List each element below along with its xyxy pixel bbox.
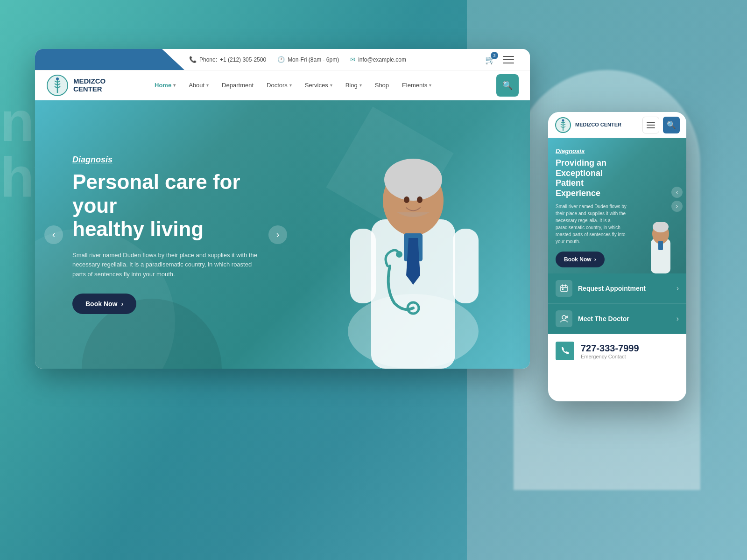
topbar-contact-group: 📞 Phone: +1 (212) 305-2500 🕐 Mon-Fri (8a… [189, 56, 406, 63]
mobile-meet-doctor-button[interactable]: Meet The Doctor › [548, 304, 686, 334]
elements-nav-chevron: ▾ [429, 83, 431, 88]
mobile-emergency-contact-section: 727-333-7999 Emergency Contact [548, 334, 686, 368]
hero-next-arrow[interactable]: › [268, 225, 287, 244]
svg-rect-23 [658, 241, 663, 250]
mobile-phone-mockup: MEDIZCO CENTER 🔍 Diagnosis Providing an … [548, 112, 686, 401]
logo-text: MEDIZCO CENTER [73, 77, 106, 93]
topbar-phone-number: +1 (212) 305-2500 [220, 56, 266, 63]
mobile-logo[interactable]: MEDIZCO CENTER [555, 117, 621, 133]
mobile-hamburger-line-1 [647, 122, 655, 123]
search-icon: 🔍 [502, 80, 513, 91]
mobile-logo-text: MEDIZCO CENTER [575, 122, 621, 128]
logo-name-line2: CENTER [73, 85, 106, 93]
mobile-search-icon: 🔍 [667, 120, 676, 129]
appointment-icon [556, 280, 572, 297]
nav-item-department[interactable]: Department [216, 78, 259, 92]
topbar-email-address: info@example.com [358, 56, 406, 63]
logo-name-line1: MEDIZCO [73, 77, 106, 85]
nav-item-doctors[interactable]: Doctors ▾ [261, 78, 297, 92]
mobile-carousel-prev[interactable]: ‹ [671, 187, 683, 198]
mobile-phone-info: 727-333-7999 Emergency Contact [581, 343, 639, 359]
svg-point-7 [384, 159, 442, 201]
desktop-hero-content: Diagnosis Personal care for your healthy… [35, 155, 296, 314]
mobile-hero-section: Diagnosis Providing an Exceptional Patie… [548, 138, 686, 273]
hero-button-label: Book Now [85, 300, 117, 308]
home-nav-chevron: ▾ [173, 83, 176, 88]
nav-diagonal-divider [135, 70, 149, 100]
desktop-hero-section: Diagnosis Personal care for your healthy… [35, 100, 530, 369]
mobile-phone-icon [556, 342, 574, 360]
desktop-browser-mockup: 📞 Phone: +1 (212) 305-2500 🕐 Mon-Fri (8a… [35, 49, 530, 369]
mobile-action-buttons-section: Request Appointment › Meet The Doctor [548, 273, 686, 334]
desktop-navbar: MEDIZCO CENTER Home ▾ About ▾ Department… [35, 70, 530, 100]
desktop-logo[interactable]: MEDIZCO CENTER [46, 74, 121, 97]
cart-button[interactable]: 🛒 3 [485, 55, 495, 65]
appointment-label: Request Appointment [578, 285, 646, 292]
nav-item-shop[interactable]: Shop [369, 78, 395, 92]
topbar-phone-label: Phone: [199, 56, 217, 63]
hero-main-title: Personal care for your healthy living [72, 170, 259, 241]
svg-point-19 [562, 119, 564, 121]
appointment-chevron: › [677, 284, 679, 293]
hamburger-line-3 [503, 63, 514, 63]
about-nav-chevron: ▾ [206, 83, 209, 88]
topbar-hours: 🕐 Mon-Fri (8am - 6pm) [277, 56, 339, 63]
svg-point-15 [417, 196, 423, 203]
hero-description: Small river named Duden flows by their p… [72, 251, 259, 280]
nav-item-elements[interactable]: Elements ▾ [396, 78, 437, 92]
email-icon: ✉ [350, 56, 355, 63]
doctors-nav-chevron: ▾ [289, 83, 292, 88]
mobile-hamburger-line-3 [647, 127, 655, 128]
svg-marker-9 [406, 238, 420, 285]
hero-tag-label: Diagnosis [72, 155, 259, 165]
meet-doctor-chevron: › [677, 315, 679, 323]
nav-item-about[interactable]: About ▾ [183, 78, 214, 92]
emergency-label: Emergency Contact [581, 354, 639, 359]
emergency-phone-number: 727-333-7999 [581, 343, 639, 354]
topbar-actions: 🛒 3 [485, 52, 516, 67]
mobile-topbar-actions: 🔍 [642, 117, 680, 133]
mobile-carousel-next[interactable]: › [671, 201, 683, 212]
mobile-hero-tag: Diagnosis [556, 147, 679, 154]
mobile-action-left-2: Meet The Doctor [556, 310, 629, 327]
meet-doctor-label: Meet The Doctor [578, 315, 629, 322]
mobile-book-label: Book Now [564, 256, 592, 263]
desktop-nav-links: Home ▾ About ▾ Department Doctors ▾ Serv… [149, 78, 496, 92]
mobile-book-arrow: › [594, 256, 596, 263]
mobile-logo-icon [555, 117, 571, 133]
mobile-request-appointment-button[interactable]: Request Appointment › [548, 273, 686, 304]
mobile-topbar: MEDIZCO CENTER 🔍 [548, 112, 686, 138]
mobile-action-left-1: Request Appointment [556, 280, 646, 297]
topbar-left-logo-area [35, 49, 184, 70]
svg-rect-28 [562, 288, 564, 290]
svg-rect-24 [561, 286, 567, 292]
mobile-hamburger-line-2 [647, 125, 655, 126]
desktop-topbar: 📞 Phone: +1 (212) 305-2500 🕐 Mon-Fri (8a… [35, 49, 530, 70]
cart-badge: 3 [491, 52, 498, 59]
mobile-hero-description: Small river named Duden flows by their p… [556, 203, 635, 245]
blog-nav-chevron: ▾ [359, 83, 362, 88]
hamburger-menu-button[interactable] [501, 52, 516, 67]
services-nav-chevron: ▾ [330, 83, 332, 88]
mobile-book-now-button[interactable]: Book Now › [556, 252, 605, 267]
svg-point-11 [396, 251, 402, 258]
nav-item-services[interactable]: Services ▾ [299, 78, 338, 92]
clock-icon: 🕐 [277, 56, 285, 63]
hero-book-now-button[interactable]: Book Now › [72, 294, 136, 314]
svg-rect-13 [453, 229, 479, 303]
mobile-hero-doctor-figure [641, 222, 679, 273]
nav-item-home[interactable]: Home ▾ [149, 78, 181, 92]
nav-item-blog[interactable]: Blog ▾ [340, 78, 367, 92]
hamburger-line-2 [503, 59, 514, 60]
hero-prev-arrow[interactable]: ‹ [44, 225, 63, 244]
mobile-hamburger-button[interactable] [642, 117, 659, 133]
svg-point-14 [404, 196, 409, 203]
desktop-doctor-image [315, 135, 511, 369]
topbar-right-contacts: 📞 Phone: +1 (212) 305-2500 🕐 Mon-Fri (8a… [184, 52, 521, 67]
hero-button-arrow: › [121, 300, 123, 308]
mobile-carousel-nav: ‹ › [671, 187, 683, 212]
topbar-hours-text: Mon-Fri (8am - 6pm) [288, 56, 339, 63]
mobile-search-button[interactable]: 🔍 [663, 117, 680, 133]
desktop-search-button[interactable]: 🔍 [496, 74, 519, 97]
hamburger-line-1 [503, 56, 514, 57]
